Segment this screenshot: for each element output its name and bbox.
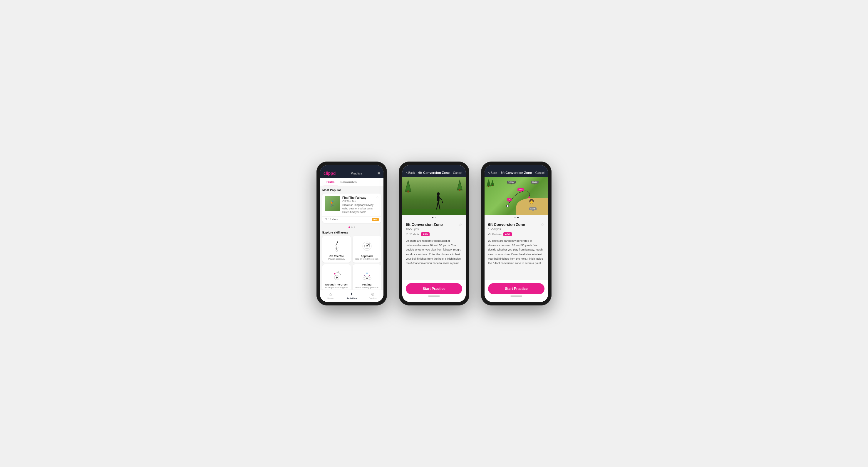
skill-desc-putting: Make and lag practice xyxy=(355,286,378,289)
favourite-icon[interactable]: ☆ xyxy=(376,196,379,199)
home-indicator-3 xyxy=(510,296,522,297)
nav-capture-label: Capture xyxy=(369,297,377,300)
header-title: Practice xyxy=(351,171,363,175)
menu-icon[interactable]: ≡ xyxy=(378,171,380,176)
shots-count: ⏱ 10 shots xyxy=(325,218,338,221)
course-map: FAIRWAY ROUGH Hit Miss SAND 🧑 xyxy=(485,177,548,215)
phone-1-screen: clippd Practice ≡ Drills Favourites Most… xyxy=(320,165,383,302)
image-dots-3 xyxy=(485,215,548,220)
svg-point-48 xyxy=(528,197,530,198)
clock-icon: ⏱ xyxy=(406,233,408,236)
drill-yards: 10-50 yds xyxy=(406,228,462,231)
arg-badge-3: ARG xyxy=(503,232,512,236)
miss-label: Miss xyxy=(518,188,524,191)
tab-favourites[interactable]: Favourites xyxy=(338,178,360,186)
phone-3-screen: < Back 6ft Conversion Zone Cancel xyxy=(485,165,548,302)
svg-rect-31 xyxy=(408,191,409,193)
skill-desc-ott: Power accuracy xyxy=(328,258,345,260)
phone3-title: 6ft Conversion Zone xyxy=(501,171,532,174)
tree-right-icon xyxy=(456,178,463,192)
skill-around-the-green[interactable]: Around The Green Hone your short game xyxy=(322,264,351,290)
svg-line-40 xyxy=(438,201,440,207)
favourite-star-icon[interactable]: ☆ xyxy=(458,222,462,227)
svg-marker-33 xyxy=(457,181,462,189)
skill-desc-atg: Hone your short game xyxy=(325,286,348,289)
around-green-icon xyxy=(330,267,344,282)
skill-off-the-tee[interactable]: Off The Tee Power accuracy xyxy=(322,236,351,263)
phone2-content: 6ft Conversion Zone ☆ 10-50 yds ⏱ 20 sho… xyxy=(402,220,466,280)
svg-rect-36 xyxy=(437,195,440,201)
skill-name-ott: Off The Tee xyxy=(330,255,344,258)
skill-desc-approach: Dial-in to hit the green xyxy=(355,258,378,260)
drill-description-3: 20 shots are randomly generated at dista… xyxy=(488,238,545,265)
nav-home[interactable]: ⌂ Home xyxy=(320,290,341,302)
back-button[interactable]: < Back xyxy=(406,171,415,174)
hero-image xyxy=(402,177,466,215)
svg-line-18 xyxy=(335,274,337,277)
off-the-tee-icon xyxy=(330,239,344,254)
phone3-content: 6ft Conversion Zone ☆ 10-50 yds ⏱ 20 sho… xyxy=(485,220,548,280)
start-practice-button-3[interactable]: Start Practice xyxy=(488,283,545,294)
svg-line-20 xyxy=(338,272,341,274)
skill-putting[interactable]: Putting Make and lag practice xyxy=(352,264,381,290)
cta-bar: Start Practice xyxy=(402,280,466,302)
skill-name-putting: Putting xyxy=(362,283,371,286)
approach-icon xyxy=(360,239,374,254)
drill-info: Find The Fairway Off The Tee Create an i… xyxy=(342,196,379,214)
cancel-button-3[interactable]: Cancel xyxy=(535,171,545,174)
home-indicator xyxy=(428,296,440,297)
drill-thumbnail: 🏌️ xyxy=(325,196,340,211)
phone2-title: 6ft Conversion Zone xyxy=(418,171,450,174)
tab-drills[interactable]: Drills xyxy=(323,178,338,186)
explore-label: Explore skill areas xyxy=(322,231,381,234)
cancel-button[interactable]: Cancel xyxy=(453,171,462,174)
svg-point-47 xyxy=(506,205,509,207)
drill-meta: ⏱ 20 shots ARG xyxy=(406,232,462,236)
phone1-content: Most Popular 🏌️ Find The Fairway Off The… xyxy=(320,186,383,290)
shots-meta: ⏱ 20 shots xyxy=(406,233,419,236)
phone-3: < Back 6ft Conversion Zone Cancel xyxy=(481,162,552,305)
phone-1: clippd Practice ≡ Drills Favourites Most… xyxy=(316,162,387,305)
putting-icon xyxy=(360,267,374,282)
golf-photo xyxy=(402,177,466,215)
featured-drill-card[interactable]: 🏌️ Find The Fairway Off The Tee Create a… xyxy=(322,194,381,223)
back-button-3[interactable]: < Back xyxy=(488,171,497,174)
skill-grid: Off The Tee Power accuracy xyxy=(322,236,381,290)
skill-name-atg: Around The Green xyxy=(325,283,348,286)
sand-label: SAND xyxy=(529,207,536,210)
dot-2 xyxy=(517,217,519,218)
tree-left-icon xyxy=(404,178,412,193)
dot-1 xyxy=(348,227,350,228)
nav-home-label: Home xyxy=(327,297,334,300)
ott-badge: OTT xyxy=(372,218,379,221)
nav-activities[interactable]: ✦ Activities xyxy=(341,290,362,302)
drill-sub: Off The Tee xyxy=(342,200,379,203)
start-practice-button[interactable]: Start Practice xyxy=(406,283,462,294)
svg-rect-34 xyxy=(459,190,460,191)
phone3-header: < Back 6ft Conversion Zone Cancel xyxy=(485,165,548,177)
dot-2 xyxy=(435,217,436,218)
activities-icon: ✦ xyxy=(350,292,353,296)
drill-title: 6ft Conversion Zone xyxy=(406,222,443,227)
favourite-star-icon-3[interactable]: ☆ xyxy=(541,222,545,227)
bottom-nav: ⌂ Home ✦ Activities ⊕ Capture xyxy=(320,290,383,302)
tabs-bar: Drills Favourites xyxy=(320,178,383,186)
clock-icon-3: ⏱ xyxy=(488,233,491,236)
phone-2-screen: < Back 6ft Conversion Zone Cancel xyxy=(402,165,466,302)
drill-description: 20 shots are randomly generated at dista… xyxy=(406,238,462,265)
phones-container: clippd Practice ≡ Drills Favourites Most… xyxy=(316,162,552,305)
svg-line-12 xyxy=(367,244,369,246)
drill-yards-3: 10-50 yds xyxy=(488,228,545,231)
svg-line-38 xyxy=(442,200,443,203)
home-icon: ⌂ xyxy=(330,292,332,296)
svg-point-3 xyxy=(337,241,338,243)
svg-point-35 xyxy=(437,192,440,195)
skill-approach[interactable]: Approach Dial-in to hit the green xyxy=(352,236,381,263)
hero-map-image: FAIRWAY ROUGH Hit Miss SAND 🧑 xyxy=(485,177,548,215)
nav-capture[interactable]: ⊕ Capture xyxy=(362,290,383,302)
drill-title-3: 6ft Conversion Zone xyxy=(488,222,525,227)
golfer-icon xyxy=(433,192,443,210)
cta-bar-3: Start Practice xyxy=(485,280,548,302)
drill-title-row-3: 6ft Conversion Zone ☆ xyxy=(488,222,545,227)
most-popular-label: Most Popular xyxy=(322,189,381,192)
